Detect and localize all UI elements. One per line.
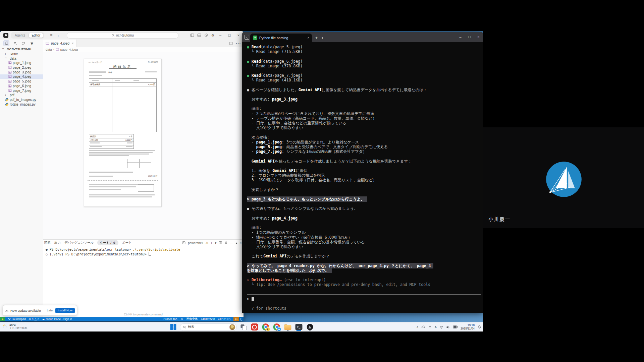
later-button[interactable]: Later <box>47 309 54 312</box>
cloud-code-status[interactable]: ☁Cloud Code - Sign in <box>42 317 72 321</box>
claude-terminal-output[interactable]: ● Read(data/page_5.jpeg) └ Read image (7… <box>247 45 482 313</box>
terminal-line: - page_7.jpeg: シンプルな1商品の納品書（株式会社アマダ） <box>247 149 482 154</box>
panel-tab-output[interactable]: 出力 <box>54 241 61 245</box>
layout-panel-icon[interactable] <box>197 33 201 37</box>
hidden-icons-chevron[interactable]: ∧ <box>416 325 419 329</box>
taskbar-file-explorer[interactable] <box>283 323 292 331</box>
microphone-icon[interactable] <box>428 325 432 329</box>
explorer-item[interactable]: ›OCR-TSUTOMU <box>0 47 43 52</box>
new-tab-button[interactable]: + <box>315 36 318 40</box>
new-terminal-icon[interactable]: + <box>211 241 213 245</box>
taskbar-terminal[interactable]: >_ <box>294 323 303 331</box>
panel-tab-terminal[interactable]: ターミナル <box>97 240 118 245</box>
explorer-item[interactable]: page_4.jpeg <box>0 74 43 79</box>
explorer-item[interactable]: ›pdf <box>0 93 43 98</box>
view-mode-status[interactable]: 画像全体 <box>186 317 198 321</box>
launchpad-status[interactable]: ⚒Launchpad <box>8 317 26 321</box>
source-control-button[interactable] <box>21 41 26 46</box>
files-view-button[interactable] <box>3 40 9 46</box>
volume-icon[interactable] <box>446 325 450 329</box>
weather-widget[interactable]: 14°C くもり時々晴れ <box>2 323 27 329</box>
integrated-terminal-line: ○ (.venv) PS D:\projects\experimentals\o… <box>46 252 244 256</box>
terminal-line[interactable]: > <box>247 297 482 301</box>
terminal-tab-title: Python file naming <box>259 36 305 40</box>
breadcrumb-folder[interactable]: data <box>46 48 52 51</box>
taskbar-search[interactable]: 検索 <box>180 323 237 331</box>
tab-close-icon[interactable]: × <box>72 42 73 45</box>
extensions-icon[interactable] <box>204 33 208 37</box>
maximize-button[interactable]: □ <box>226 33 232 37</box>
panel-maximize-icon[interactable]: ▴ <box>236 241 237 245</box>
shell-name[interactable]: powershell <box>188 241 203 245</box>
panel-close-icon[interactable]: × <box>239 241 241 245</box>
trash-icon[interactable] <box>224 241 228 244</box>
terminal-tab[interactable]: ✳ Python file naming × <box>250 34 312 42</box>
terminal-dropdown-icon[interactable]: ▾ <box>215 241 216 245</box>
explorer-item[interactable]: rotate_images.py <box>0 102 43 107</box>
explorer-item[interactable]: ›data <box>0 56 43 61</box>
gear-icon[interactable]: ⚙ <box>211 34 214 37</box>
chevron-down-icon: › <box>5 57 9 60</box>
zoom-status[interactable] <box>180 318 183 321</box>
breadcrumb-file[interactable]: page_4.jpeg <box>60 48 78 51</box>
explorer-item[interactable]: page_7.jpeg <box>0 88 43 93</box>
onedrive-icon[interactable] <box>421 325 425 329</box>
terminal-cursor <box>252 297 254 301</box>
explorer-item[interactable]: page_1.jpeg <box>0 61 43 65</box>
wifi-icon[interactable] <box>439 325 443 329</box>
explorer-item[interactable]: pdf_to_images.py <box>0 98 43 102</box>
do-not-disturb-indicator[interactable] <box>233 317 239 321</box>
more-icon[interactable]: ⋯ <box>230 241 233 245</box>
tab-agents[interactable]: Agents <box>12 33 28 38</box>
terminal-line: を対象としていることを明記した .py 名で。 <box>247 268 482 273</box>
problems-status[interactable]: ⊘0△0 <box>29 317 39 321</box>
tab-dropdown-icon[interactable]: ▾ <box>322 36 323 40</box>
receipt-preview: 2025年10月17日 No 0542275 納品伝票 御中 保守点検費 6,0… <box>84 59 162 207</box>
taskbar-chrome-2[interactable]: ☁ <box>272 323 281 331</box>
taskbar-app-dark[interactable] <box>306 323 314 331</box>
receipt-item-name: 保守点検費 <box>90 83 100 86</box>
split-editor-icon[interactable] <box>229 42 233 45</box>
panel-tab-debug-console[interactable]: デバッグコンソール <box>64 241 94 245</box>
views-chevron-button[interactable]: ▾ <box>29 41 35 46</box>
cursor-tab-status[interactable]: Cursor Tab <box>163 317 177 321</box>
panel-tab-ports[interactable]: ポート <box>122 241 132 245</box>
taskbar-chrome-1[interactable]: k <box>261 323 270 331</box>
menu-icon[interactable]: ≡ <box>50 33 52 38</box>
search-view-button[interactable] <box>12 41 18 46</box>
minimize-button[interactable]: – <box>217 33 223 37</box>
feedback-indicator[interactable] <box>239 317 244 321</box>
task-view-button[interactable] <box>239 323 248 331</box>
breadcrumb[interactable]: data › page_4.jpeg <box>43 47 244 52</box>
install-now-button[interactable]: Install Now <box>55 308 75 313</box>
terminal-close-button[interactable]: × <box>474 32 483 42</box>
terminal-line: - page_5.jpeg: 納品書と受領書のペアで、文書タイプ判別のデモに使え… <box>247 144 482 149</box>
battery-icon[interactable] <box>453 325 458 328</box>
explorer-item[interactable]: page_5.jpeg <box>0 79 43 84</box>
image-preview-canvas: 2025年10月17日 No 0542275 納品伝票 御中 保守点検費 6,0… <box>43 52 244 240</box>
editor-tab-page4[interactable]: page_4.jpeg × <box>43 40 76 47</box>
clock[interactable]: 19:18 2025/11/04 <box>461 324 475 330</box>
explorer-item-label: pdf_to_images.py <box>10 98 36 102</box>
split-terminal-icon[interactable] <box>219 241 222 244</box>
explorer-item[interactable]: page_2.jpeg <box>0 65 43 70</box>
explorer-item[interactable]: page_3.jpeg <box>0 70 43 74</box>
explorer-item[interactable]: ›.venv <box>0 52 43 56</box>
back-icon[interactable]: ← <box>57 33 61 38</box>
more-actions-icon[interactable]: ⋯ <box>235 40 241 47</box>
notification-bell-icon[interactable] <box>477 325 481 329</box>
start-button[interactable] <box>169 323 178 331</box>
explorer-item[interactable]: page_6.jpeg <box>0 84 43 88</box>
command-search[interactable]: ocr-tsutomu <box>67 32 178 39</box>
tab-editor[interactable]: Editor <box>29 33 43 38</box>
panel-tab-problems[interactable]: 問題 <box>44 241 51 245</box>
remote-indicator[interactable]: ⚡ <box>0 317 5 321</box>
terminal-minimize-button[interactable]: – <box>456 32 465 42</box>
close-button[interactable]: × <box>235 33 241 37</box>
terminal-maximize-button[interactable]: □ <box>465 32 474 42</box>
ime-indicator[interactable]: A <box>435 325 437 329</box>
taskbar-app-red[interactable] <box>250 323 259 331</box>
integrated-terminal-output[interactable]: ● PS D:\projects\experimentals\ocr-tsuto… <box>46 247 244 256</box>
layout-sidebar-icon[interactable] <box>190 33 194 37</box>
terminal-tab-close-icon[interactable]: × <box>307 36 309 40</box>
